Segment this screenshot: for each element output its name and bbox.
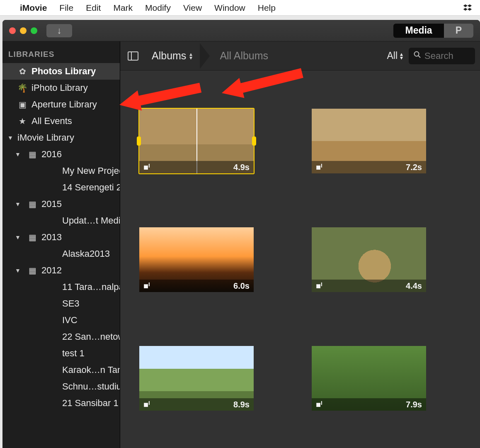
clip-thumbnail[interactable]: ■ᴵ7.9s: [312, 346, 426, 411]
clip-thumbnail[interactable]: ■ᴵ6.0s: [139, 227, 254, 292]
menu-file[interactable]: File: [59, 3, 73, 13]
sidebar-project[interactable]: 21 Sansibar 1: [28, 395, 120, 411]
sidebar-item-iphoto-library[interactable]: 🌴 iPhoto Library: [2, 80, 120, 96]
sidebar-project[interactable]: 11 Tara…nalpark: [28, 279, 120, 295]
updown-icon: ▴▾: [400, 52, 403, 59]
clip-thumbnail[interactable]: ■ᴵ4.9s: [139, 109, 254, 173]
flower-icon: ✿: [17, 66, 27, 76]
video-icon: ■ᴵ: [143, 162, 150, 172]
event-icon: ▦: [27, 149, 37, 159]
star-icon: ★: [17, 116, 27, 126]
media-browser: Albums ▴▾ All Albums All ▴▾: [120, 41, 480, 448]
window-close-button[interactable]: [9, 27, 16, 34]
sidebar-item-all-events[interactable]: ★ All Events: [2, 113, 120, 129]
import-button[interactable]: ↓: [46, 24, 72, 37]
macos-menubar: iMovie File Edit Mark Modify View Window…: [0, 0, 480, 16]
palm-icon: 🌴: [17, 83, 27, 93]
duration-label: 8.9s: [233, 400, 250, 409]
clip-thumbnail[interactable]: ■ᴵ8.9s: [139, 346, 254, 411]
app-name[interactable]: iMovie: [20, 3, 47, 13]
imovie-window: ↓ Media P LIBRARIES ✿ Photos Library 🌴 i…: [2, 20, 480, 448]
disclosure-icon[interactable]: ▼: [15, 201, 21, 207]
disclosure-icon[interactable]: ▼: [15, 234, 21, 241]
tab-media[interactable]: Media: [393, 24, 444, 38]
sidebar-project[interactable]: Karaok…n Tanja: [28, 362, 120, 378]
updown-icon: ▴▾: [189, 52, 192, 59]
sidebar-item-photos-library[interactable]: ✿ Photos Library: [2, 63, 120, 80]
video-icon: ■ᴵ: [316, 162, 322, 172]
dropbox-icon[interactable]: [463, 3, 473, 13]
menu-edit[interactable]: Edit: [86, 3, 101, 13]
search-icon: [414, 51, 421, 61]
menu-modify[interactable]: Modify: [145, 3, 171, 13]
window-zoom-button[interactable]: [31, 27, 37, 34]
breadcrumb-all-albums[interactable]: All Albums: [203, 41, 280, 71]
event-icon: ▦: [27, 265, 37, 275]
window-minimize-button[interactable]: [20, 27, 27, 34]
disclosure-icon[interactable]: ▼: [7, 134, 13, 141]
sidebar-project[interactable]: SE3: [28, 295, 120, 312]
sidebar-event-2016[interactable]: ▼ ▦ 2016: [2, 146, 120, 163]
sidebar-event-2013[interactable]: ▼ ▦ 2013: [2, 229, 120, 246]
sidebar-project[interactable]: Updat…t Media: [28, 212, 120, 229]
trim-handle-left[interactable]: [137, 136, 141, 146]
duration-label: 7.9s: [406, 400, 422, 409]
svg-rect-0: [128, 52, 138, 60]
search-field[interactable]: [409, 48, 475, 64]
disclosure-icon[interactable]: ▼: [15, 151, 21, 158]
sidebar-project[interactable]: 14 Serengeti 2: [28, 179, 120, 196]
event-icon: ▦: [27, 199, 37, 209]
event-icon: ▦: [27, 232, 37, 242]
sidebar-project[interactable]: Alaska2013: [28, 246, 120, 262]
browser-toolbar: Albums ▴▾ All Albums All ▴▾: [120, 41, 480, 71]
disclosure-icon[interactable]: ▼: [15, 267, 21, 274]
svg-point-2: [415, 52, 419, 56]
window-titlebar: ↓ Media P: [2, 20, 480, 41]
video-icon: ■ᴵ: [316, 399, 322, 409]
clip-thumbnail[interactable]: ■ᴵ4.4s: [312, 227, 426, 292]
trim-handle-right[interactable]: [252, 136, 256, 146]
menu-help[interactable]: Help: [258, 3, 276, 13]
sidebar-project[interactable]: 22 San…netown: [28, 329, 120, 345]
duration-label: 4.4s: [406, 281, 422, 291]
sidebar-project[interactable]: IVC: [28, 312, 120, 329]
clip-thumbnail[interactable]: ■ᴵ7.2s: [312, 109, 426, 173]
libraries-sidebar: LIBRARIES ✿ Photos Library 🌴 iPhoto Libr…: [2, 41, 120, 448]
sidebar-item-aperture-library[interactable]: ▣ Aperture Library: [2, 96, 120, 113]
menu-window[interactable]: Window: [214, 3, 245, 13]
duration-label: 4.9s: [233, 163, 250, 172]
duration-label: 6.0s: [233, 281, 250, 291]
search-input[interactable]: [424, 51, 470, 61]
video-icon: ■ᴵ: [316, 281, 322, 291]
sidebar-section-header: LIBRARIES: [2, 41, 120, 63]
video-icon: ■ᴵ: [143, 399, 150, 409]
view-segmented-control: Media P: [393, 24, 473, 38]
tab-partial[interactable]: P: [444, 24, 473, 38]
sidebar-event-2015[interactable]: ▼ ▦ 2015: [2, 196, 120, 212]
sidebar-project[interactable]: My New Project: [28, 163, 120, 179]
menu-view[interactable]: View: [183, 3, 202, 13]
aperture-icon: ▣: [17, 100, 27, 110]
sidebar-item-imovie-library[interactable]: ▼ iMovie Library: [2, 129, 120, 146]
category-popup[interactable]: Albums ▴▾: [147, 50, 197, 62]
clip-grid: ■ᴵ4.9s ■ᴵ7.2s ■ᴵ6.0s ■ᴵ4.4s: [120, 71, 480, 448]
svg-line-3: [418, 56, 420, 58]
sidebar-event-2012[interactable]: ▼ ▦ 2012: [2, 262, 120, 279]
sidebar-toggle-button[interactable]: [125, 48, 141, 64]
filter-popup[interactable]: All ▴▾: [387, 50, 403, 61]
menu-mark[interactable]: Mark: [113, 3, 133, 13]
sidebar-project[interactable]: Schnu…studium: [28, 378, 120, 395]
video-icon: ■ᴵ: [143, 281, 150, 291]
sidebar-project[interactable]: test 1: [28, 345, 120, 362]
menubar-tray: [463, 3, 473, 13]
duration-label: 7.2s: [406, 163, 422, 172]
